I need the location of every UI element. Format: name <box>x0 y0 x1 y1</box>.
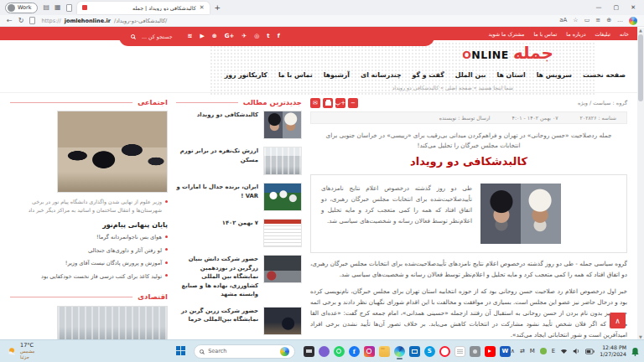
word-icon[interactable]: W <box>500 346 511 357</box>
facebook-icon[interactable]: f <box>349 346 360 357</box>
article-link[interactable]: آموزش و پرورش پادگان نیست آقای وزیر! <box>65 259 162 268</box>
article-link[interactable]: کالبدشکافی دو رویداد <box>197 111 258 120</box>
article-link[interactable]: حضور شرکت زرین گرین در نمایشگاه بین‌المل… <box>176 307 258 324</box>
file-explorer-icon[interactable] <box>379 346 390 357</box>
app-icon-chat[interactable] <box>319 346 330 357</box>
menu-item-subscribe[interactable]: مشترک ما شوید <box>489 31 525 37</box>
collections-icon[interactable]: ⊕ <box>606 18 611 23</box>
twitter-icon[interactable]: t <box>267 34 269 39</box>
google-plus-icon[interactable]: G+ <box>225 34 235 39</box>
menu-item-about[interactable]: درباره ما <box>566 31 585 37</box>
skype-icon[interactable]: S <box>424 346 435 357</box>
browser-profile-button[interactable]: Work <box>5 3 38 13</box>
maximize-button[interactable]: ▢ <box>614 4 620 11</box>
battery-icon[interactable] <box>585 349 595 354</box>
list-item[interactable]: آموزش و پرورش پادگان نیست آقای وزیر! <box>10 259 168 268</box>
url-field[interactable]: https://jomlehonline.ir/کالبدشکافی-دو-رو… <box>41 18 553 24</box>
tray-app-icon[interactable] <box>540 348 547 354</box>
facebook-icon[interactable]: f <box>278 34 280 39</box>
menu-item-contact[interactable]: تماس با ما <box>533 31 557 37</box>
list-item[interactable]: تولید کاغذ برای کتب درسی فاز نخست خودکفا… <box>10 272 168 282</box>
aparat-icon[interactable]: ⊕ <box>212 34 217 39</box>
scroll-to-top-button[interactable]: ∧ <box>610 313 626 328</box>
notepad-icon[interactable] <box>454 346 465 357</box>
list-item[interactable]: ارزش تک‌نفره در برابر تورم مسکن <box>176 147 302 175</box>
whatsapp-icon[interactable] <box>334 346 345 357</box>
mail-icon[interactable] <box>409 346 420 357</box>
workspaces-icon[interactable]: ▦ <box>55 4 61 11</box>
scroll-up-icon[interactable]: ▲ <box>639 28 642 33</box>
article-link[interactable]: تولید کاغذ برای کتب درسی فاز نخست خودکفا… <box>41 272 162 282</box>
new-tab-button[interactable]: + <box>215 3 221 12</box>
nav-item[interactable]: صفحه نخست <box>583 71 626 79</box>
list-item[interactable]: ۷ بهمن ۱۴۰۲ <box>176 219 302 247</box>
opera-icon[interactable] <box>439 346 450 357</box>
weather-widget[interactable]: 17°C مشمس جزئيا <box>0 342 50 359</box>
article-link[interactable]: ۷ بهمن ۱۴۰۲ <box>222 219 258 228</box>
rss-icon[interactable]: ≋ <box>188 34 193 39</box>
refresh-icon[interactable]: ↻ <box>18 18 24 24</box>
search-input[interactable]: جستجو کن ... <box>142 34 173 39</box>
hidden-icons-chevron[interactable]: ∧ <box>511 349 515 354</box>
scrollbar-thumb[interactable] <box>638 34 643 101</box>
list-item[interactable]: ایران، برنده جدال با امارات و VAR ! <box>176 183 302 211</box>
search-icon[interactable] <box>131 34 135 39</box>
font-increase-icon[interactable]: پ+ <box>335 98 345 108</box>
list-item[interactable]: حضور شرکت دانش بنیان زرگرین در نوزدهمین … <box>176 255 302 299</box>
site-logo[interactable]: جمله ONLINE <box>462 44 553 61</box>
app-icon-device[interactable] <box>304 346 314 357</box>
copilot-icon[interactable] <box>629 17 637 25</box>
article-link[interactable]: لو رفتن آثار و داوری‌های جنجالی <box>88 246 162 256</box>
article-link[interactable]: ارزش تک‌نفره در برابر تورم مسکن <box>176 147 258 164</box>
site-info-icon[interactable] <box>29 17 35 24</box>
back-icon[interactable]: ← <box>7 18 13 24</box>
clock[interactable]: 12:48 PM 1/27/2024 <box>600 344 626 358</box>
more-menu-icon[interactable]: … <box>617 18 623 23</box>
favorites-bar-icon[interactable]: ≡ <box>595 18 600 23</box>
browser-scrollbar[interactable]: ▲ ▼ <box>637 28 644 339</box>
wifi-icon[interactable] <box>560 348 568 354</box>
close-button[interactable]: ✕ <box>631 4 636 11</box>
minimize-button[interactable]: — <box>596 4 602 11</box>
youtube-icon[interactable] <box>485 346 496 357</box>
article-link[interactable]: پایان پنهانی پیام‌نور <box>10 221 168 229</box>
instagram-icon[interactable]: ◎ <box>254 34 259 39</box>
camera-icon[interactable] <box>470 346 480 357</box>
instagram-icon[interactable] <box>364 346 375 357</box>
economy-photo[interactable] <box>57 306 168 339</box>
font-decrease-icon[interactable]: − <box>348 98 358 108</box>
tray-app-icon[interactable]: E <box>552 349 555 354</box>
taskbar-search[interactable]: Search <box>194 344 295 359</box>
menu-item-home[interactable]: خانه <box>620 31 629 37</box>
nav-item[interactable]: سرویس ها <box>537 71 572 79</box>
browser-tab[interactable]: کالبدشکافی دو رویداد | جمله ✕ <box>77 2 210 14</box>
article-link[interactable]: ایران، برنده جدال با امارات و VAR ! <box>176 183 258 200</box>
text-size-icon[interactable]: aA <box>559 18 567 23</box>
article-link[interactable]: حضور شرکت دانش بنیان زرگرین در نوزدهمین … <box>176 255 258 299</box>
list-item[interactable]: کالبدشکافی دو رویداد <box>176 111 302 139</box>
page-icon[interactable] <box>66 4 72 12</box>
article-image[interactable] <box>480 184 561 244</box>
email-share-icon[interactable]: ✉ <box>310 98 320 108</box>
nav-item[interactable]: چندرسانه ای <box>361 71 402 79</box>
start-button[interactable] <box>176 346 185 356</box>
favorites-icon[interactable]: ☆ <box>573 18 578 23</box>
article-link[interactable]: هوای بس ناجوانمردانه گرما! <box>96 233 162 242</box>
tab-close-icon[interactable]: ✕ <box>200 4 205 11</box>
split-screen-icon[interactable]: ▭ <box>584 18 590 23</box>
telegram-icon[interactable]: ✈ <box>242 34 247 39</box>
nav-item[interactable]: تماس با ما <box>278 71 313 79</box>
youtube-icon[interactable]: ▶ <box>200 34 204 39</box>
nav-item[interactable]: استان ها <box>497 71 526 79</box>
volume-icon[interactable] <box>573 348 580 354</box>
list-item[interactable]: حضور شرکت زرین گرین در نمایشگاه بین‌المل… <box>176 307 302 335</box>
menu-item-ads[interactable]: تبلیغات <box>595 31 611 37</box>
edge-browser-icon[interactable] <box>394 346 405 357</box>
list-item[interactable]: لو رفتن آثار و داوری‌های جنجالی <box>10 246 168 256</box>
tab-actions-icon[interactable]: ▤ <box>43 4 49 11</box>
notification-bell-icon[interactable] <box>631 347 639 356</box>
nav-item[interactable]: کاریکاتور روز <box>225 71 267 79</box>
tray-app-icon[interactable]: M <box>530 349 535 354</box>
nav-item[interactable]: آرشیوها <box>324 71 350 79</box>
nav-item[interactable]: بین الملل <box>455 71 486 79</box>
